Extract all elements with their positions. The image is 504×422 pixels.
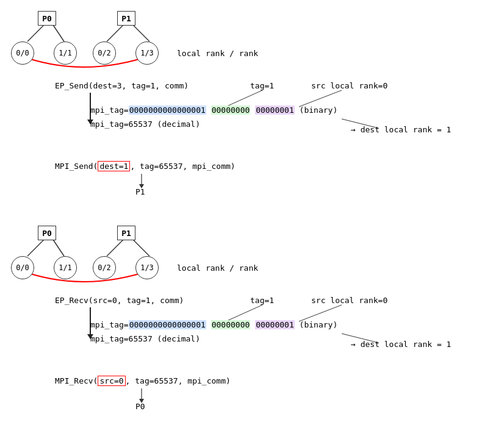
svg-line-17: [299, 90, 342, 107]
top-node-13: 1/3: [135, 41, 159, 65]
ep-recv-label: EP_Recv(src=0, tag=1, comm): [55, 296, 184, 305]
svg-line-5: [52, 238, 64, 256]
mpi-tag-green-top: 00000000: [211, 106, 251, 115]
svg-line-20: [299, 305, 342, 321]
mpi-recv-label: MPI_Recv(src=0, tag=65537, mpi_comm): [55, 376, 231, 385]
svg-line-1: [52, 23, 64, 41]
mpi-tag-binary-prefix-top: mpi_tag=: [90, 106, 129, 115]
tag1-top-label: tag=1: [250, 81, 274, 90]
svg-line-4: [27, 238, 46, 256]
mpi-tag-blue-bottom: 0000000000000001: [129, 320, 206, 329]
mpi-tag-green-bottom: 00000000: [211, 320, 251, 329]
svg-line-7: [131, 238, 149, 256]
svg-line-0: [27, 23, 46, 41]
svg-line-16: [226, 90, 262, 107]
mpi-tag-binary-bottom: mpi_tag=0000000000000001 00000000 000000…: [90, 320, 337, 329]
dest-local-rank-top: → dest local rank = 1: [351, 125, 451, 134]
svg-line-19: [226, 305, 262, 321]
svg-line-6: [107, 238, 125, 256]
mpi-tag-decimal-bottom: mpi_tag=65537 (decimal): [90, 334, 200, 343]
bottom-node-00: 0/0: [11, 256, 34, 279]
src-local-rank-bottom-label: src local rank=0: [311, 296, 387, 305]
mpi-send-arrow-label: P1: [135, 187, 145, 196]
mpi-tag-purple-bottom: 00000001: [255, 320, 295, 329]
tag1-bottom-label: tag=1: [250, 296, 274, 305]
mpi-tag-blue-top: 0000000000000001: [129, 106, 206, 115]
bottom-local-rank-label: local rank / rank: [177, 263, 258, 273]
top-local-rank-label: local rank / rank: [177, 49, 258, 58]
bottom-node-02: 0/2: [93, 256, 116, 279]
mpi-tag-binary-top: mpi_tag=0000000000000001 00000000 000000…: [90, 106, 337, 115]
mpi-tag-purple-top: 00000001: [255, 106, 295, 115]
mpi-recv-src-boxed: src=0: [98, 376, 125, 386]
bottom-node-11: 1/1: [54, 256, 77, 279]
src-local-rank-top-label: src local rank=0: [311, 81, 387, 90]
svg-line-2: [107, 23, 125, 41]
bottom-p1-box: P1: [117, 226, 135, 240]
mpi-tag-decimal-top: mpi_tag=65537 (decimal): [90, 120, 200, 129]
bottom-p0-box: P0: [38, 226, 56, 240]
main-diagram: P0 P1 0/0 1/1 0/2 1/3 local rank / rank …: [0, 0, 504, 422]
top-p1-box: P1: [117, 11, 135, 26]
dest-local-rank-bottom: → dest local rank = 1: [351, 340, 451, 349]
top-node-00: 0/0: [11, 41, 34, 65]
ep-send-label: EP_Send(dest=3, tag=1, comm): [55, 81, 189, 90]
mpi-tag-binary-suffix-top: (binary): [295, 106, 337, 115]
top-node-02: 0/2: [93, 41, 116, 65]
mpi-recv-arrow-label: P0: [135, 402, 145, 411]
arrows-svg: [0, 0, 504, 422]
bottom-node-13: 1/3: [135, 256, 159, 279]
mpi-send-dest-boxed: dest=1: [98, 161, 130, 171]
mpi-tag-binary-suffix-bottom: (binary): [295, 320, 337, 329]
svg-line-3: [131, 23, 149, 41]
top-p0-box: P0: [38, 11, 56, 26]
mpi-tag-binary-prefix-bottom: mpi_tag=: [90, 320, 129, 329]
top-node-11: 1/1: [54, 41, 77, 65]
mpi-send-label: MPI_Send(dest=1, tag=65537, mpi_comm): [55, 162, 236, 171]
